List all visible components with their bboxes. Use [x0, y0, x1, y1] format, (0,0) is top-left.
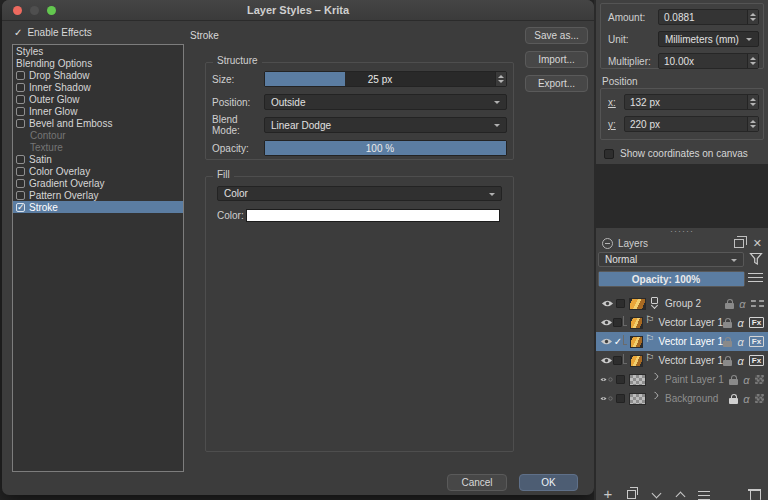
- layer-checkbox[interactable]: ✓: [613, 318, 623, 327]
- style-list-item[interactable]: ✓ Contour: [13, 129, 183, 141]
- lock-icon[interactable]: [723, 322, 732, 328]
- layer-style-fx-icon[interactable]: Fx: [749, 355, 764, 366]
- multiplier-stepper[interactable]: [747, 54, 758, 68]
- layer-row[interactable]: ✓ ⚐ Paint Layer 1 α Fx: [596, 370, 768, 389]
- styles-list[interactable]: ✓ Styles ✓ Blending Options ✓ Drop Shado…: [12, 44, 184, 472]
- layer-checkbox[interactable]: ✓: [614, 394, 627, 403]
- lock-icon[interactable]: [729, 398, 738, 404]
- style-list-item[interactable]: ✓ Gradient Overlay: [13, 177, 183, 189]
- style-checkbox[interactable]: ✓: [16, 95, 25, 104]
- layer-checkbox[interactable]: ✓: [613, 356, 623, 365]
- size-slider[interactable]: 25 px: [264, 71, 507, 87]
- layer-row[interactable]: ✓ ⚐ Background α Fx: [596, 389, 768, 408]
- style-list-item[interactable]: ✓ Drop Shadow: [13, 69, 183, 81]
- style-list-item[interactable]: ✓ Texture: [13, 141, 183, 153]
- layer-property-icons[interactable]: α Fx: [725, 298, 764, 310]
- visibility-eye-icon[interactable]: [600, 299, 614, 308]
- inherit-alpha-icon[interactable]: [755, 394, 764, 403]
- alpha-icon[interactable]: α: [736, 317, 745, 329]
- alpha-icon[interactable]: α: [736, 355, 745, 367]
- layer-property-icons[interactable]: α Fx: [723, 355, 764, 367]
- close-docker-icon[interactable]: ✕: [753, 238, 762, 248]
- move-layer-up-icon[interactable]: [673, 486, 687, 500]
- docker-lock-icon[interactable]: [602, 238, 613, 249]
- size-stepper[interactable]: [495, 72, 506, 86]
- layer-style-fx-icon[interactable]: Fx: [749, 336, 764, 347]
- style-list-item[interactable]: ✓ Bevel and Emboss: [13, 117, 183, 129]
- color-swatch[interactable]: [246, 209, 500, 222]
- layers-docker-header[interactable]: Layers ✕: [602, 236, 762, 250]
- layer-opacity-slider[interactable]: Opacity: 100%: [598, 271, 745, 287]
- layer-property-icons[interactable]: α Fx: [729, 374, 764, 386]
- filter-funnel-icon[interactable]: [747, 251, 764, 268]
- layer-properties-icon[interactable]: [697, 486, 711, 500]
- style-list-item[interactable]: ✓ Styles: [13, 45, 183, 57]
- style-checkbox[interactable]: ✓: [16, 167, 25, 176]
- side-button[interactable]: Save as...: [525, 27, 588, 44]
- style-list-item[interactable]: ✓ Inner Glow: [13, 105, 183, 117]
- style-checkbox[interactable]: ✓: [16, 191, 25, 200]
- alpha-icon[interactable]: α: [736, 336, 745, 348]
- enable-effects-checkbox[interactable]: ✓ Enable Effects: [14, 27, 92, 38]
- x-spinbox[interactable]: 132 px: [624, 94, 759, 110]
- alpha-icon[interactable]: α: [742, 393, 751, 405]
- lock-icon[interactable]: [723, 341, 732, 347]
- lock-icon[interactable]: [723, 360, 732, 366]
- duplicate-layer-icon[interactable]: [625, 486, 639, 500]
- docker-drag-handle[interactable]: ······: [596, 227, 768, 235]
- layer-row[interactable]: ✓ ⚐ Vector Layer 1 α Fx: [596, 313, 768, 332]
- layer-checkbox[interactable]: ✓: [613, 336, 623, 347]
- multiplier-spinbox[interactable]: 10.00x: [658, 53, 759, 69]
- style-list-item[interactable]: ✓ Outer Glow: [13, 93, 183, 105]
- lock-icon[interactable]: [725, 303, 734, 309]
- style-list-item[interactable]: ✓ Inner Shadow: [13, 81, 183, 93]
- close-window-icon[interactable]: [13, 6, 22, 15]
- layer-property-icons[interactable]: α Fx: [729, 393, 764, 405]
- amount-stepper[interactable]: [747, 10, 758, 24]
- side-button[interactable]: Import...: [525, 51, 588, 68]
- layer-blend-mode-dropdown[interactable]: Normal: [598, 252, 744, 267]
- layer-row[interactable]: ✓ ⚐ Vector Layer 1 α Fx: [596, 351, 768, 370]
- inherit-alpha-icon[interactable]: [755, 375, 764, 384]
- style-list-item[interactable]: ✓ Pattern Overlay: [13, 189, 183, 201]
- style-checkbox[interactable]: ✓: [16, 107, 25, 116]
- layer-row[interactable]: ✓ ⚐ Group 2 α Fx: [596, 294, 768, 313]
- y-stepper[interactable]: [747, 117, 758, 131]
- style-checkbox[interactable]: ✓: [16, 83, 25, 92]
- blend-mode-dropdown[interactable]: Linear Dodge: [264, 117, 507, 133]
- layer-row[interactable]: ✓ ⚐ Vector Layer 1 α Fx: [596, 332, 768, 351]
- visibility-eye-icon[interactable]: [600, 337, 613, 346]
- layer-property-icons[interactable]: α Fx: [723, 336, 764, 348]
- opacity-slider[interactable]: 100 %: [264, 140, 507, 156]
- visibility-eye-icon[interactable]: [600, 318, 613, 327]
- style-list-item[interactable]: ✓ Blending Options: [13, 57, 183, 69]
- style-checkbox[interactable]: ✓: [16, 203, 25, 212]
- delete-layer-icon[interactable]: [748, 486, 762, 500]
- y-spinbox[interactable]: 220 px: [624, 116, 759, 132]
- unit-dropdown[interactable]: Millimeters (mm): [658, 31, 759, 47]
- checkbox-box[interactable]: [604, 149, 614, 159]
- style-checkbox[interactable]: ✓: [16, 119, 25, 128]
- cancel-button[interactable]: Cancel: [447, 474, 507, 491]
- style-list-item[interactable]: ✓ Satin: [13, 153, 183, 165]
- style-list-item[interactable]: ✓ Color Overlay: [13, 165, 183, 177]
- dialog-titlebar[interactable]: Layer Styles – Krita: [2, 0, 594, 21]
- amount-spinbox[interactable]: 0.0881: [658, 9, 759, 25]
- visibility-eye-icon[interactable]: [600, 375, 614, 384]
- add-layer-icon[interactable]: [601, 486, 615, 500]
- group-properties-icon[interactable]: [751, 300, 764, 307]
- zoom-window-icon[interactable]: [47, 6, 56, 15]
- visibility-eye-icon[interactable]: [600, 394, 614, 403]
- ok-button[interactable]: OK: [519, 474, 578, 491]
- move-layer-down-icon[interactable]: [649, 486, 663, 500]
- float-docker-icon[interactable]: [734, 239, 744, 248]
- docker-menu-icon[interactable]: [748, 273, 763, 284]
- position-dropdown[interactable]: Outside: [264, 94, 507, 110]
- fill-type-dropdown[interactable]: Color: [217, 186, 502, 201]
- x-stepper[interactable]: [747, 95, 758, 109]
- style-list-item[interactable]: ✓ Stroke: [13, 201, 183, 213]
- style-checkbox[interactable]: ✓: [16, 155, 25, 164]
- show-coordinates-checkbox[interactable]: Show coordinates on canvas: [604, 148, 748, 159]
- alpha-icon[interactable]: α: [738, 298, 747, 310]
- visibility-eye-icon[interactable]: [600, 356, 613, 365]
